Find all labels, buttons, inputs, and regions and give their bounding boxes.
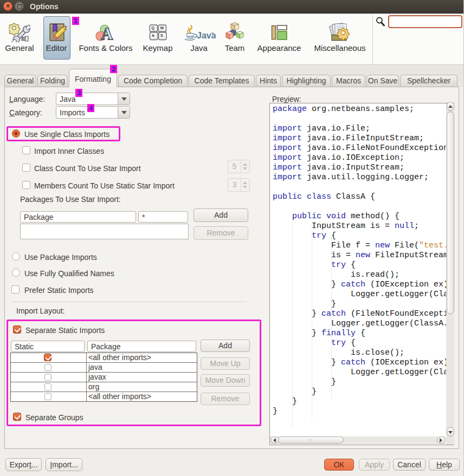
svg-text:Java: Java	[197, 31, 216, 40]
svg-text:W: W	[160, 26, 164, 30]
svg-text:Q: Q	[152, 26, 155, 30]
svg-text:A: A	[101, 24, 113, 43]
svg-text:S: S	[160, 34, 163, 37]
svg-text:A: A	[152, 34, 154, 37]
